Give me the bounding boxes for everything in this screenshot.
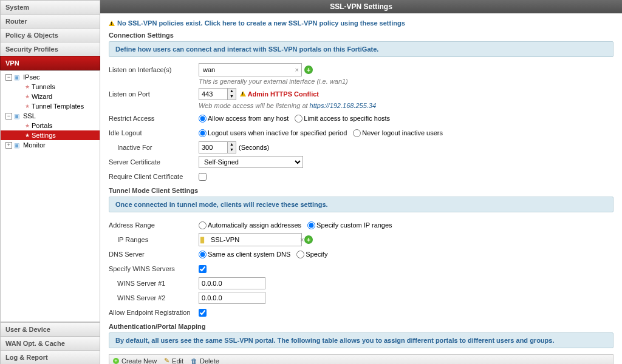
page-title: SSL-VPN Settings xyxy=(100,0,622,13)
add-interface-button[interactable]: + xyxy=(304,66,313,74)
delete-button[interactable]: 🗑Delete xyxy=(191,357,219,365)
wins2-input[interactable] xyxy=(199,292,265,304)
ip-ranges-input[interactable]: × xyxy=(199,233,302,246)
expand-icon[interactable]: + xyxy=(5,142,12,149)
endpoint-label: Allow Endpoint Registration xyxy=(109,309,199,316)
wins2-label: WINS Server #2 xyxy=(109,294,199,302)
addr-auto-radio[interactable] xyxy=(199,221,207,229)
nav-system[interactable]: System xyxy=(0,0,100,14)
cert-label: Server Certificate xyxy=(109,158,199,166)
dns-label: DNS Server xyxy=(109,251,199,258)
nav-router[interactable]: Router xyxy=(0,14,100,28)
wins1-label: WINS Server #1 xyxy=(109,280,199,287)
port-conflict-warning: Admin HTTPS Conflict xyxy=(240,90,319,98)
endpoint-checkbox[interactable] xyxy=(199,309,207,317)
main: SSL-VPN Settings No SSL-VPN policies exi… xyxy=(100,0,622,364)
tree-tunnels[interactable]: ★Tunnels xyxy=(1,82,100,92)
dns-same-radio[interactable] xyxy=(199,251,207,258)
tree-wizard[interactable]: ★Wizard xyxy=(1,92,100,101)
listen-interface-label: Listen on Interface(s) xyxy=(109,66,199,73)
policy-warning-link[interactable]: No SSL-VPN policies exist. Click here to… xyxy=(109,19,613,27)
auth-heading: Authentication/Portal Mapping xyxy=(109,323,613,330)
spin-up-icon[interactable]: ▲ xyxy=(228,89,236,94)
dns-specify-radio[interactable] xyxy=(296,251,304,258)
listen-port-input[interactable]: ▲▼ xyxy=(199,88,236,100)
restrict-any-radio[interactable] xyxy=(199,115,207,123)
trash-icon: 🗑 xyxy=(191,357,197,365)
tree-tunnel-templates[interactable]: ★Tunnel Templates xyxy=(1,101,100,111)
listen-interface-input[interactable]: × xyxy=(199,63,302,76)
idle-never-radio[interactable] xyxy=(353,129,361,137)
wins1-input[interactable] xyxy=(199,277,265,289)
nav-wanopt[interactable]: WAN Opt. & Cache xyxy=(0,336,100,350)
pencil-icon: ✎ xyxy=(164,357,169,364)
restrict-label: Restrict Access xyxy=(109,115,199,122)
add-range-button[interactable]: + xyxy=(304,235,313,244)
inactive-input[interactable]: ▲▼ xyxy=(199,141,236,153)
tree-ipsec[interactable]: −IPsec xyxy=(1,72,100,82)
tunnel-heading: Tunnel Mode Client Settings xyxy=(109,187,613,194)
connection-hint: Define how users can connect and interac… xyxy=(109,41,613,57)
nav-security[interactable]: Security Profiles xyxy=(0,42,100,56)
web-url-link[interactable]: https://192.168.255.34 xyxy=(310,102,376,109)
sidebar: System Router Policy & Objects Security … xyxy=(0,0,100,364)
mapping-toolbar: +Create New ✎Edit 🗑Delete xyxy=(109,354,613,364)
addr-range-label: Address Range xyxy=(109,221,199,229)
address-icon xyxy=(200,236,207,243)
auth-hint: By default, all users see the same SSL-V… xyxy=(109,332,613,348)
cert-select[interactable]: Self-Signed xyxy=(199,156,303,168)
plus-icon: + xyxy=(113,358,119,364)
create-new-button[interactable]: +Create New xyxy=(113,357,157,365)
vpn-tree: −IPsec ★Tunnels ★Wizard ★Tunnel Template… xyxy=(0,70,100,322)
tree-portals[interactable]: ★Portals xyxy=(1,121,100,130)
wins-checkbox[interactable] xyxy=(199,265,207,273)
tree-monitor[interactable]: +Monitor xyxy=(1,140,100,150)
require-cert-checkbox[interactable] xyxy=(199,173,207,181)
web-mode-note: Web mode access will be listening at htt… xyxy=(199,102,613,109)
nav-user-device[interactable]: User & Device xyxy=(0,322,100,336)
nav-policy[interactable]: Policy & Objects xyxy=(0,28,100,42)
collapse-icon[interactable]: − xyxy=(5,113,12,120)
collapse-icon[interactable]: − xyxy=(5,74,12,81)
tunnel-hint: Once connected in tunnel mode, clients w… xyxy=(109,197,613,212)
nav-vpn[interactable]: VPN xyxy=(0,56,100,70)
spin-down-icon[interactable]: ▼ xyxy=(228,94,236,99)
idle-label: Idle Logout xyxy=(109,129,199,136)
restrict-specific-radio[interactable] xyxy=(295,115,302,123)
ip-ranges-label: IP Ranges xyxy=(109,236,199,243)
addr-custom-radio[interactable] xyxy=(307,221,315,229)
wins-label: Specify WINS Servers xyxy=(109,265,199,272)
nav-log[interactable]: Log & Report xyxy=(0,350,100,364)
clear-icon[interactable]: × xyxy=(294,66,300,73)
tree-ssl[interactable]: −SSL xyxy=(1,111,100,121)
listen-interface-note: This is generally your external interfac… xyxy=(199,78,613,85)
idle-logout-radio[interactable] xyxy=(199,129,207,137)
edit-button[interactable]: ✎Edit xyxy=(164,357,183,364)
listen-port-label: Listen on Port xyxy=(109,90,199,98)
warning-icon xyxy=(109,21,115,26)
connection-heading: Connection Settings xyxy=(109,32,613,39)
inactive-label: Inactive For xyxy=(109,144,199,151)
warning-icon xyxy=(240,91,246,96)
require-cert-label: Require Client Certificate xyxy=(109,173,199,180)
tree-settings[interactable]: ★Settings xyxy=(1,130,100,140)
